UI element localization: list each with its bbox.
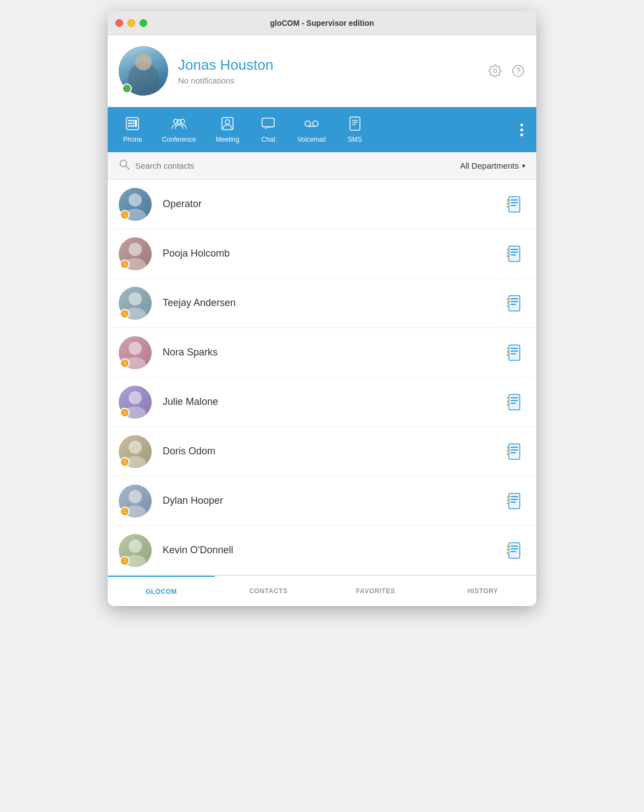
svg-point-0 xyxy=(493,69,497,73)
contact-avatar-wrapper xyxy=(119,386,152,419)
nav-conference[interactable]: Conference xyxy=(152,111,206,149)
help-button[interactable] xyxy=(511,64,525,78)
contact-phone-book-button[interactable] xyxy=(504,243,525,264)
chat-icon xyxy=(261,116,275,133)
contact-status-badge xyxy=(120,408,130,418)
contact-name: Doris Odom xyxy=(163,446,504,457)
contact-row[interactable]: Nora Sparks xyxy=(108,328,536,377)
conference-icon xyxy=(171,116,187,133)
svg-point-20 xyxy=(305,121,310,126)
svg-rect-11 xyxy=(130,125,132,127)
bottom-tab-history[interactable]: HISTORY xyxy=(429,576,536,606)
contact-name: Julie Malone xyxy=(163,396,504,408)
svg-rect-67 xyxy=(510,351,518,352)
search-input[interactable] xyxy=(135,161,460,170)
contact-avatar-wrapper xyxy=(119,534,152,567)
nav-meeting[interactable]: Meeting xyxy=(206,111,249,149)
meeting-icon xyxy=(221,116,234,133)
svg-rect-42 xyxy=(509,246,520,262)
contact-row[interactable]: Kevin O'Donnell xyxy=(108,526,536,575)
contact-phone-book-button[interactable] xyxy=(504,194,525,215)
contact-avatar-wrapper xyxy=(119,336,152,369)
close-button[interactable] xyxy=(115,19,123,27)
contact-row[interactable]: Julie Malone xyxy=(108,377,536,427)
contact-row[interactable]: Teejay Andersen xyxy=(108,279,536,328)
title-bar: gloCOM - Supervisor edition xyxy=(108,11,536,35)
profile-name: Jonas Houston xyxy=(178,57,273,74)
contact-row[interactable]: Operator xyxy=(108,180,536,229)
more-options-button[interactable] xyxy=(513,118,531,142)
svg-rect-47 xyxy=(510,252,518,253)
svg-rect-82 xyxy=(509,444,520,459)
contact-name: Dylan Hooper xyxy=(163,495,504,507)
nav-sms[interactable]: SMS xyxy=(336,111,374,149)
svg-rect-88 xyxy=(510,452,516,453)
svg-rect-32 xyxy=(509,197,520,212)
sms-label: SMS xyxy=(348,136,362,143)
svg-rect-38 xyxy=(510,205,516,206)
svg-rect-87 xyxy=(510,449,518,451)
contact-status-badge xyxy=(120,210,130,220)
contact-phone-book-button[interactable] xyxy=(504,441,525,462)
svg-rect-56 xyxy=(510,298,518,299)
svg-rect-57 xyxy=(510,301,518,302)
svg-rect-104 xyxy=(507,549,509,550)
svg-rect-58 xyxy=(510,304,516,305)
dot3 xyxy=(520,134,523,136)
svg-rect-52 xyxy=(509,296,520,311)
svg-rect-9 xyxy=(132,123,134,124)
settings-button[interactable] xyxy=(488,64,502,78)
nav-voicemail[interactable]: Voicemail xyxy=(287,111,335,149)
meeting-label: Meeting xyxy=(216,136,240,143)
dot1 xyxy=(520,124,523,126)
bottom-tab-glocom[interactable]: GLOCOM xyxy=(108,576,215,606)
bottom-tab-contacts[interactable]: CONTACTS xyxy=(215,576,322,606)
svg-rect-83 xyxy=(507,447,509,448)
svg-rect-43 xyxy=(507,249,509,251)
bottom-tab-favorites[interactable]: FAVORITES xyxy=(322,576,429,606)
phone-icon xyxy=(125,116,140,133)
svg-rect-33 xyxy=(507,199,509,201)
svg-rect-107 xyxy=(510,548,518,549)
nav-phone[interactable]: Phone xyxy=(113,111,152,149)
contact-row[interactable]: Dylan Hooper xyxy=(108,476,536,526)
svg-rect-102 xyxy=(509,543,520,558)
svg-point-59 xyxy=(129,342,142,355)
contact-status-badge xyxy=(120,259,130,269)
search-icon xyxy=(119,159,130,173)
contact-phone-book-button[interactable] xyxy=(504,342,525,363)
maximize-button[interactable] xyxy=(140,19,147,27)
svg-rect-78 xyxy=(510,403,516,404)
contact-phone-book-button[interactable] xyxy=(504,392,525,413)
svg-rect-7 xyxy=(128,123,130,124)
svg-rect-62 xyxy=(509,345,520,360)
svg-point-21 xyxy=(313,121,318,126)
svg-rect-54 xyxy=(507,302,509,303)
contact-avatar-wrapper xyxy=(119,287,152,320)
contact-row[interactable]: Pooja Holcomb xyxy=(108,229,536,279)
contact-phone-book-button[interactable] xyxy=(504,491,525,511)
svg-rect-13 xyxy=(135,120,137,127)
svg-rect-6 xyxy=(132,120,134,121)
contact-row[interactable]: Doris Odom xyxy=(108,427,536,476)
nav-chat[interactable]: Chat xyxy=(249,111,287,149)
svg-rect-98 xyxy=(510,502,516,503)
svg-rect-66 xyxy=(510,348,518,349)
profile-actions xyxy=(488,64,525,78)
svg-point-18 xyxy=(225,120,230,124)
svg-point-49 xyxy=(129,292,142,305)
search-bar: All Departments ▾ xyxy=(108,152,536,180)
profile-left: Jonas Houston No notifications xyxy=(119,46,273,96)
contact-phone-book-button[interactable] xyxy=(504,540,525,561)
svg-rect-105 xyxy=(507,552,509,554)
svg-point-69 xyxy=(129,391,142,404)
minimize-button[interactable] xyxy=(127,19,135,27)
contact-status-badge xyxy=(120,358,130,368)
nav-bar: Phone Conference xyxy=(108,107,536,152)
nav-items: Phone Conference xyxy=(113,111,513,149)
voicemail-icon xyxy=(303,116,320,133)
svg-rect-19 xyxy=(262,118,274,127)
department-filter[interactable]: All Departments ▾ xyxy=(460,161,525,170)
contact-phone-book-button[interactable] xyxy=(504,293,525,314)
svg-point-39 xyxy=(129,243,142,256)
